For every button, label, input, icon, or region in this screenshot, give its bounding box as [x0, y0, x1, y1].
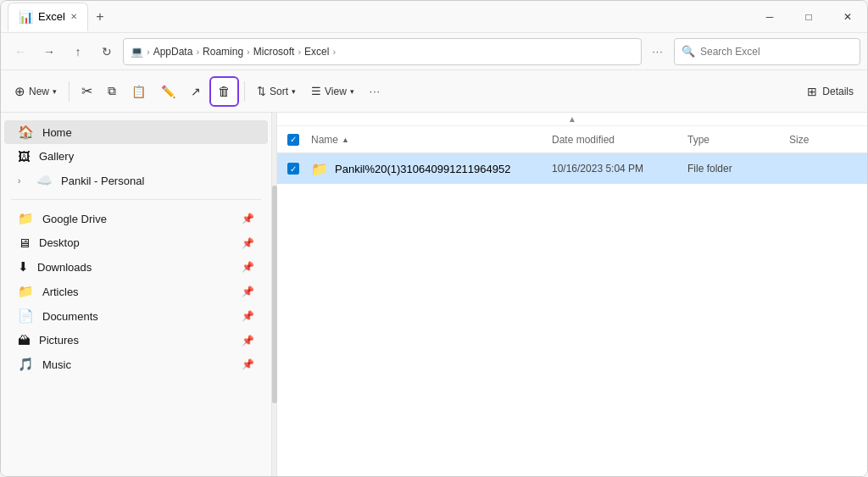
window-controls: ─ □ ✕	[750, 1, 867, 33]
search-box[interactable]: 🔍	[674, 38, 860, 65]
view-button[interactable]: ☰ View ▾	[304, 76, 361, 107]
header-checkbox[interactable]: ✓	[287, 134, 311, 146]
delete-button[interactable]: 🗑	[209, 76, 239, 107]
view-chevron-icon: ▾	[350, 87, 354, 96]
home-icon: 🏠	[18, 125, 34, 140]
sidebar-item-desktop[interactable]: 🖥 Desktop 📌	[4, 231, 268, 254]
pin-icon-pictures: 📌	[242, 335, 254, 347]
row-check-1[interactable]: ✓	[287, 163, 299, 175]
close-button[interactable]: ✕	[828, 1, 867, 33]
pin-icon-music: 📌	[242, 358, 254, 370]
sidebar-scrollbar-thumb[interactable]	[272, 186, 277, 403]
breadcrumb-microsoft[interactable]: Microsoft	[253, 46, 295, 58]
sidebar-item-gallery[interactable]: 🖼 Gallery	[4, 145, 268, 168]
view-label: View	[325, 86, 347, 97]
sidebar-item-home[interactable]: 🏠 Home	[4, 120, 268, 144]
rename-icon: ✏️	[161, 85, 175, 98]
forward-button[interactable]: →	[36, 39, 62, 64]
sidebar-divider	[11, 199, 261, 200]
sidebar: 🏠 Home 🖼 Gallery › ☁️ Pankil - Personal …	[1, 113, 272, 476]
sidebar-label-music: Music	[42, 358, 71, 371]
refresh-button[interactable]: ↻	[94, 39, 120, 64]
articles-icon: 📁	[18, 284, 34, 299]
more-toolbar-button[interactable]: ···	[363, 76, 387, 107]
close-icon: ✕	[843, 11, 852, 23]
maximize-button[interactable]: □	[789, 1, 828, 33]
pankil-cloud-icon: ☁️	[36, 173, 53, 188]
breadcrumb-roaming[interactable]: Roaming	[203, 46, 243, 58]
sidebar-item-google-drive[interactable]: 📁 Google Drive 📌	[4, 207, 268, 230]
minimize-button[interactable]: ─	[750, 1, 789, 33]
sidebar-item-documents[interactable]: 📄 Documents 📌	[4, 304, 268, 328]
sidebar-item-pictures[interactable]: 🏔 Pictures 📌	[4, 329, 268, 352]
column-date-label: Date modified	[552, 134, 615, 146]
sidebar-label-articles: Articles	[42, 286, 79, 298]
new-plus-icon: ⊕	[14, 84, 25, 99]
pin-icon-desktop: 📌	[242, 237, 254, 249]
breadcrumb-appdata[interactable]: AppData	[153, 46, 193, 58]
music-icon: 🎵	[18, 357, 34, 372]
google-drive-icon: 📁	[18, 211, 34, 226]
copy-button[interactable]: ⧉	[101, 76, 123, 107]
sidebar-item-articles[interactable]: 📁 Articles 📌	[4, 280, 268, 303]
table-row[interactable]: ✓ 📁 Pankil%20(1)310640991211964952 10/16…	[277, 153, 867, 184]
row-file-name: 📁 Pankil%20(1)310640991211964952	[311, 161, 552, 177]
breadcrumb-excel[interactable]: Excel	[304, 46, 329, 58]
pictures-icon: 🏔	[18, 333, 31, 347]
cut-button[interactable]: ✂	[75, 76, 99, 107]
sidebar-label-pictures: Pictures	[39, 334, 79, 347]
window-tab[interactable]: 📊 Excel ✕	[8, 3, 88, 31]
sidebar-label-documents: Documents	[42, 310, 98, 323]
tab-title: Excel	[38, 10, 65, 23]
column-header-size[interactable]: Size	[789, 134, 857, 146]
delete-icon: 🗑	[218, 84, 231, 98]
file-name-text: Pankil%20(1)310640991211964952	[335, 163, 510, 175]
address-breadcrumb[interactable]: 💻 › AppData › Roaming › Microsoft › Exce…	[123, 38, 642, 65]
select-all-checkbox[interactable]: ✓	[287, 134, 299, 146]
rename-button[interactable]: ✏️	[154, 76, 182, 107]
toolbar: ⊕ New ▾ ✂ ⧉ 📋 ✏️ ↗ 🗑 ⇅ Sort ▾ ☰	[1, 70, 867, 113]
sidebar-item-pankil-personal[interactable]: › ☁️ Pankil - Personal	[4, 169, 268, 192]
sidebar-item-downloads[interactable]: ⬇ Downloads 📌	[4, 255, 268, 279]
breadcrumb-sep-1: ›	[196, 47, 199, 57]
tab-close-icon[interactable]: ✕	[70, 12, 77, 21]
row-file-type: File folder	[687, 163, 789, 175]
back-button[interactable]: ←	[8, 39, 33, 64]
more-toolbar-icon: ···	[370, 86, 381, 97]
new-tab-icon: +	[96, 9, 103, 25]
share-button[interactable]: ↗	[184, 76, 208, 107]
documents-icon: 📄	[18, 308, 34, 324]
cut-icon: ✂	[81, 83, 92, 99]
gallery-icon: 🖼	[18, 149, 31, 164]
more-options-button[interactable]: ···	[645, 39, 670, 64]
sidebar-label-home: Home	[42, 126, 72, 139]
up-button[interactable]: ↑	[65, 39, 91, 64]
window: 📊 Excel ✕ + ─ □ ✕ ← →	[0, 0, 868, 477]
details-button[interactable]: ⊞ Details	[800, 81, 860, 102]
column-header-type[interactable]: Type	[687, 134, 789, 146]
new-button[interactable]: ⊕ New ▾	[8, 76, 64, 107]
folder-icon: 📁	[311, 161, 328, 177]
up-icon: ↑	[75, 45, 81, 58]
sidebar-label-downloads: Downloads	[37, 261, 92, 274]
sidebar-scrollbar[interactable]	[272, 113, 277, 476]
share-icon: ↗	[191, 85, 201, 98]
column-type-label: Type	[687, 134, 709, 146]
row-checkbox[interactable]: ✓	[287, 163, 311, 175]
column-header-date[interactable]: Date modified	[552, 134, 687, 146]
pin-icon-documents: 📌	[242, 310, 254, 322]
column-header-name[interactable]: Name ▲	[311, 134, 552, 146]
row-date-modified: 10/16/2023 5:04 PM	[552, 163, 687, 175]
search-input[interactable]	[700, 46, 853, 58]
sidebar-label-gallery: Gallery	[39, 150, 74, 163]
sidebar-item-music[interactable]: 🎵 Music 📌	[4, 352, 268, 376]
search-icon: 🔍	[682, 45, 695, 58]
new-tab-button[interactable]: +	[88, 5, 112, 29]
paste-button[interactable]: 📋	[125, 76, 153, 107]
sort-button[interactable]: ⇅ Sort ▾	[250, 76, 303, 107]
collapse-panel-arrow[interactable]: ▲	[277, 113, 867, 126]
copy-icon: ⧉	[108, 84, 116, 98]
pin-icon-downloads: 📌	[242, 261, 254, 273]
details-icon: ⊞	[807, 85, 817, 98]
forward-icon: →	[43, 45, 55, 58]
